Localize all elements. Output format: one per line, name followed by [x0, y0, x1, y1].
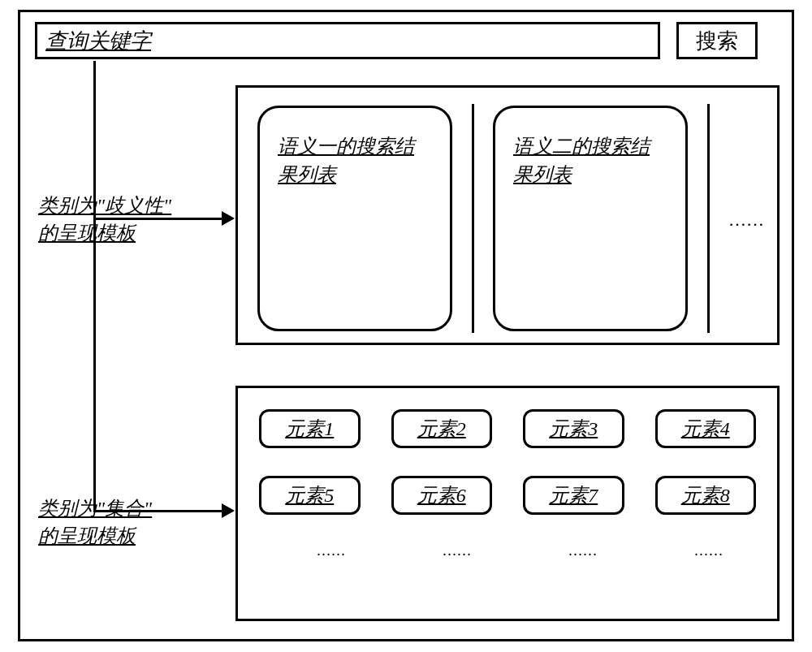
element-item: 元素7 — [523, 476, 624, 515]
template-label-ambiguity: 类别为"歧义性" 的呈现模板 — [38, 192, 209, 247]
element-row: 元素1 元素2 元素3 元素4 — [259, 409, 756, 448]
label-text: 类别为"集合" — [38, 498, 152, 519]
element-label: 元素5 — [285, 482, 334, 508]
ellipsis: …… — [283, 542, 378, 559]
label-text: 的呈现模板 — [38, 222, 136, 244]
panel-ambiguity: 语义一的搜索结果列表 语义二的搜索结果列表 …… — [235, 85, 780, 345]
element-label: 元素8 — [681, 482, 730, 508]
element-item: 元素2 — [391, 409, 493, 448]
diagram-frame: 查询关键字 搜索 类别为"歧义性" 的呈现模板 语义一的搜索结果列表 语义二的搜… — [18, 10, 794, 641]
ellipsis: …… — [661, 542, 756, 559]
search-button-label: 搜索 — [696, 27, 738, 55]
element-label: 元素2 — [417, 416, 466, 442]
ellipsis-row: …… …… …… …… — [259, 542, 756, 559]
connector-vertical — [93, 61, 96, 512]
element-item: 元素4 — [655, 409, 757, 448]
element-item: 元素3 — [523, 409, 624, 448]
arrowhead-icon — [222, 503, 235, 518]
element-row: 元素5 元素6 元素7 元素8 — [259, 476, 756, 515]
search-placeholder: 查询关键字 — [45, 27, 151, 55]
label-text: 类别为"歧义性" — [38, 195, 171, 216]
element-item: 元素8 — [655, 476, 757, 515]
ellipsis: …… — [535, 542, 630, 559]
ellipsis: …… — [728, 209, 764, 231]
template-label-collection: 类别为"集合" 的呈现模板 — [38, 495, 184, 550]
panel-divider — [707, 104, 710, 333]
element-item: 元素5 — [259, 476, 361, 515]
element-label: 元素6 — [417, 482, 466, 508]
card-text: 语义一的搜索结果列表 — [278, 136, 414, 185]
label-text: 的呈现模板 — [38, 525, 136, 546]
element-label: 元素7 — [549, 482, 598, 508]
search-row: 查询关键字 搜索 — [35, 22, 758, 59]
element-label: 元素4 — [681, 416, 730, 442]
panel-divider — [472, 104, 474, 333]
element-item: 元素6 — [391, 476, 493, 515]
panel-collection: 元素1 元素2 元素3 元素4 元素5 元素6 元素7 元素8 …… …… ……… — [235, 386, 780, 621]
result-card: 语义一的搜索结果列表 — [257, 106, 452, 331]
search-button[interactable]: 搜索 — [676, 22, 758, 59]
arrowhead-icon — [222, 211, 235, 226]
card-text: 语义二的搜索结果列表 — [513, 136, 650, 185]
search-input[interactable]: 查询关键字 — [35, 22, 660, 59]
result-card: 语义二的搜索结果列表 — [493, 106, 688, 331]
element-item: 元素1 — [259, 409, 361, 448]
ellipsis: …… — [409, 542, 504, 559]
element-label: 元素3 — [549, 416, 598, 442]
element-label: 元素1 — [285, 416, 334, 442]
